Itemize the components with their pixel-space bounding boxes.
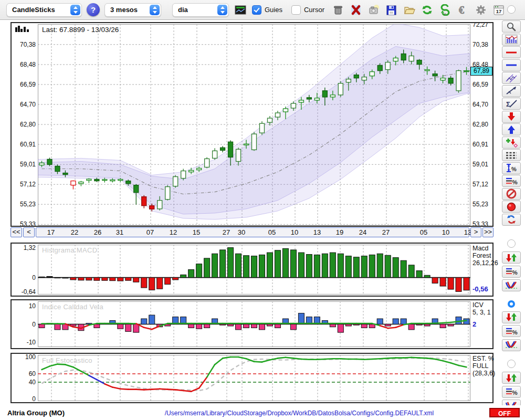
date-label: 10 — [291, 228, 298, 236]
checkbox-unchecked-icon — [291, 5, 301, 15]
add-marker-button[interactable] — [502, 136, 521, 149]
mini-chart-icon[interactable] — [234, 3, 247, 17]
stepper-icon — [150, 5, 160, 15]
open-folder-icon[interactable] — [403, 3, 416, 17]
y-axis-label: 70,38 — [13, 41, 36, 48]
stochastic-signal-line — [42, 358, 467, 391]
channel-button[interactable] — [502, 72, 521, 84]
y-axis-label: 68,48 — [13, 61, 36, 68]
delete-x-icon[interactable] — [349, 3, 363, 17]
dashed-rows-button[interactable] — [502, 149, 521, 161]
date-label: 19 — [336, 228, 343, 236]
blue-hline-button[interactable] — [502, 59, 521, 71]
macd-params-label: MacdForest26,12,26 — [472, 245, 498, 267]
lines-percent-button[interactable]: % — [502, 386, 521, 398]
guies-checkbox[interactable]: Guies — [252, 5, 282, 15]
vertical-percent-button[interactable]: % — [502, 162, 521, 174]
date-label: 12 — [170, 228, 177, 236]
arrow-up-blue-button[interactable] — [502, 123, 521, 135]
icv-params-label: ICV5, 3, 1 — [472, 301, 491, 316]
trash-icon[interactable] — [331, 3, 345, 17]
lines-percent-button[interactable]: % — [502, 175, 521, 187]
sync-icon[interactable] — [438, 3, 452, 17]
help-button[interactable]: ? — [87, 3, 100, 16]
refresh-pair-button[interactable] — [502, 214, 521, 226]
last-price-label: Last: 67.8899 - 13/03/26 — [42, 26, 119, 34]
date-label: 24 — [359, 228, 366, 236]
curve-button[interactable] — [502, 279, 521, 291]
y-axis-label: 68,48 — [472, 61, 494, 68]
svg-text:%: % — [511, 166, 517, 172]
nav-prev-button[interactable]: < — [23, 227, 35, 237]
y-axis-label: 57,12 — [13, 181, 36, 188]
indicator-panel-button[interactable] — [502, 34, 521, 46]
svg-text:%: % — [512, 269, 518, 276]
lines-percent-button[interactable]: % — [502, 325, 521, 337]
svg-text:%: % — [512, 390, 518, 396]
curve-button[interactable] — [502, 339, 521, 351]
lines-percent-button[interactable]: % — [502, 266, 521, 278]
nav-last-button[interactable]: >> — [482, 227, 494, 237]
icv-value-label: 2 — [472, 320, 476, 328]
trendline-button[interactable] — [502, 85, 521, 97]
zoom-button[interactable] — [502, 20, 521, 33]
date-axis-strip[interactable]: 172226310712152730051013192427051013 — [36, 227, 469, 237]
macd-histogram-chart[interactable] — [38, 245, 470, 295]
y-axis-label: 59,01 — [472, 161, 494, 168]
y-axis-label: 62,80 — [472, 121, 494, 128]
panel-option-groups: %%% — [502, 226, 521, 414]
red-hline-button[interactable] — [502, 46, 521, 58]
arrows-red-green-button[interactable] — [502, 372, 521, 384]
euro-icon[interactable]: € — [456, 3, 470, 17]
date-label: 27 — [382, 228, 390, 236]
y-axis-label: 40 — [13, 379, 36, 386]
candlestick-chart[interactable] — [38, 24, 470, 226]
y-axis-label: 60,91 — [13, 141, 36, 148]
arrows-red-green-button[interactable] — [502, 251, 521, 264]
refresh-icon[interactable] — [421, 3, 434, 17]
y-axis-label: 64,70 — [472, 101, 494, 108]
date-label: 15 — [193, 228, 200, 236]
status-bar: Altria Group (MO) /Users/mserra/Library/… — [0, 405, 525, 420]
y-axis-label: 66,59 — [13, 81, 36, 88]
histogram-icon[interactable] — [15, 25, 30, 33]
interval-dropdown[interactable]: dia — [172, 3, 229, 17]
panel-radio-1[interactable] — [507, 239, 516, 248]
save-icon[interactable] — [385, 3, 398, 17]
y-axis-label: 53,33 — [472, 220, 494, 227]
svg-text:€: € — [459, 4, 464, 16]
nav-next-button[interactable]: > — [470, 227, 481, 237]
toolbar: CandleSticks ? 3 mesos dia Guies Cursor … — [0, 0, 525, 20]
date-label: 05 — [268, 228, 276, 236]
stochastic-chart[interactable] — [38, 355, 470, 401]
chart-type-dropdown[interactable]: CandleSticks — [6, 3, 82, 17]
arrow-down-red-button[interactable] — [502, 111, 521, 123]
chart-type-value: CandleSticks — [12, 6, 55, 14]
snapshot-icon[interactable] — [367, 3, 381, 17]
date-navigation-bar: << < 17222631071215273005101319242705101… — [10, 227, 494, 238]
arrows-red-green-button[interactable] — [502, 311, 521, 323]
record-button[interactable] — [502, 201, 521, 213]
panel-radio-3[interactable] — [507, 360, 516, 368]
gear-icon[interactable] — [474, 3, 488, 17]
period-value: 3 mesos — [110, 6, 138, 14]
date-label: 13 — [313, 228, 321, 236]
nav-first-button[interactable]: << — [10, 227, 22, 237]
sigma-trend-button[interactable]: Σ — [502, 98, 521, 110]
macd-title: Histgrama MACD — [42, 246, 97, 254]
panel-radio-2[interactable] — [508, 300, 515, 308]
forbidden-button[interactable] — [502, 188, 521, 200]
cursor-checkbox[interactable]: Cursor — [291, 5, 324, 15]
period-dropdown[interactable]: 3 mesos — [104, 3, 161, 17]
symbol-label: Altria Group (MO) — [7, 409, 65, 417]
y-axis-label: 62,80 — [13, 121, 36, 128]
y-axis-label: -10 — [13, 339, 36, 346]
config-path-label: /Users/mserra/Library/CloudStorage/Dropb… — [147, 410, 452, 417]
icv-title: Indice Calidad Vela — [42, 303, 103, 311]
macd-value-label: -0,56 — [472, 285, 488, 293]
panel-option-group-2: % — [502, 300, 521, 353]
y-axis-label: -0,64 — [13, 288, 36, 296]
top-radio[interactable] — [507, 5, 516, 14]
off-button[interactable]: OFF — [489, 408, 520, 417]
charting-app: CandleSticks ? 3 mesos dia Guies Cursor … — [0, 0, 525, 420]
